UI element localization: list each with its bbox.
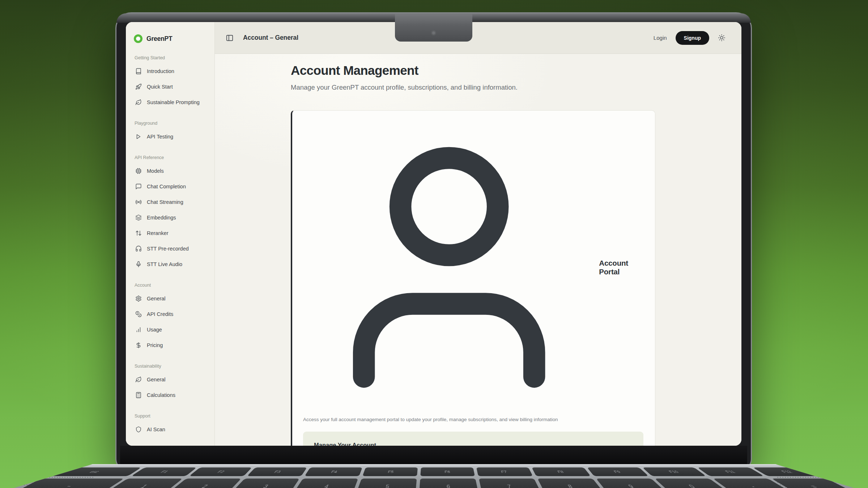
manage-account-box: Manage Your Account You can change your … <box>303 432 643 446</box>
brand-name: GreenPT <box>146 35 173 43</box>
book-icon <box>135 68 142 74</box>
layers-icon <box>135 214 142 221</box>
key-f7: F7 <box>476 467 533 476</box>
sidebar-section-api-reference: API ReferenceModelsChat CompletionChat S… <box>134 155 211 272</box>
key-4: 4 <box>293 479 358 488</box>
login-button[interactable]: Login <box>654 35 667 41</box>
key-8: 8 <box>537 479 605 488</box>
account-portal-card-header: Account Portal <box>303 121 643 413</box>
sidebar-section-account: AccountGeneralAPI CreditsUsagePricing <box>134 283 211 353</box>
sidebar-item-label: Calculations <box>147 392 175 398</box>
sidebar-section-label: Sustainability <box>134 364 211 369</box>
panel-left-icon <box>226 34 234 42</box>
sidebar: GreenPT Getting StartedIntroductionQuick… <box>126 22 215 446</box>
key-5: 5 <box>356 479 417 488</box>
key-f10: F10 <box>642 467 706 476</box>
sidebar-item-general[interactable]: General <box>134 291 211 306</box>
topbar-actions: Login Signup <box>654 31 726 45</box>
message-icon <box>135 183 142 190</box>
sidebar-item-pricing[interactable]: Pricing <box>134 337 211 353</box>
mic-icon <box>135 261 142 267</box>
topbar: Account – General Login Signup <box>215 22 741 54</box>
account-portal-description: Access your full account management port… <box>303 417 643 422</box>
sidebar-item-api-testing[interactable]: API Testing <box>134 129 211 144</box>
sidebar-section-sustainability: SustainabilityGeneralCalculations <box>134 364 211 403</box>
manage-account-title: Manage Your Account <box>314 442 633 446</box>
sidebar-section-label: API Reference <box>134 155 211 160</box>
sidebar-item-usage[interactable]: Usage <box>134 322 211 337</box>
sidebar-section-playground: PlaygroundAPI Testing <box>134 121 211 144</box>
sidebar-item-chat-streaming[interactable]: Chat Streaming <box>134 194 211 210</box>
green-gradient-background: GreenPT Getting StartedIntroductionQuick… <box>0 0 868 488</box>
sidebar-item-quick-start[interactable]: Quick Start <box>134 79 211 94</box>
calculator-icon <box>135 392 142 398</box>
shield-icon <box>135 426 142 433</box>
key-6: 6 <box>419 479 479 488</box>
gear-icon <box>135 295 142 302</box>
key-7: 7 <box>479 479 542 488</box>
sidebar-item-label: API Testing <box>147 134 173 140</box>
sidebar-item-label: AI Scan <box>147 427 165 432</box>
sidebar-item-stt-live-audio[interactable]: STT Live Audio <box>134 256 211 272</box>
dollar-icon <box>135 342 142 348</box>
user-icon <box>303 121 595 413</box>
arrows-up-down-icon <box>135 230 142 236</box>
sun-icon <box>718 34 726 42</box>
key-f5: F5 <box>362 467 418 476</box>
sidebar-item-label: General <box>147 296 166 301</box>
radio-icon <box>135 199 142 205</box>
sidebar-toggle-button[interactable] <box>226 34 234 42</box>
app-screen: GreenPT Getting StartedIntroductionQuick… <box>126 22 741 446</box>
sidebar-item-api-credits[interactable]: API Credits <box>134 306 211 322</box>
headphones-icon <box>135 245 142 252</box>
laptop-keyboard-deck: escF1F2F3F4F5F6F7F8F9F10F11F12~123456789… <box>0 464 868 488</box>
sidebar-section-label: Account <box>134 283 211 288</box>
account-portal-card: Account Portal Access your full account … <box>291 110 655 446</box>
sidebar-item-label: Usage <box>147 327 162 333</box>
cpu-icon <box>135 168 142 174</box>
page-title: Account Management <box>291 63 655 78</box>
sidebar-item-sustainable-prompting[interactable]: Sustainable Prompting <box>134 94 211 110</box>
sidebar-item-label: Chat Streaming <box>147 199 183 205</box>
sidebar-item-label: STT Pre-recorded <box>147 246 189 252</box>
sidebar-item-label: Embeddings <box>147 215 176 221</box>
sidebar-section-label: Playground <box>134 121 211 126</box>
sidebar-item-ai-scan[interactable]: AI Scan <box>134 421 211 437</box>
sidebar-item-label: Chat Completion <box>147 184 186 189</box>
key-esc: esc <box>46 467 141 476</box>
key-f1: F1 <box>131 467 197 476</box>
key-f3: F3 <box>247 467 307 476</box>
play-icon <box>135 133 142 140</box>
breadcrumb-title: Account – General <box>243 34 298 42</box>
main-column: Account – General Login Signup Account M… <box>215 22 741 446</box>
sidebar-item-embeddings[interactable]: Embeddings <box>134 210 211 225</box>
sidebar-item-general[interactable]: General <box>134 372 211 387</box>
signup-button[interactable]: Signup <box>676 31 709 45</box>
sidebar-item-introduction[interactable]: Introduction <box>134 63 211 79</box>
keyboard: escF1F2F3F4F5F6F7F8F9F10F11F12~123456789… <box>0 467 868 488</box>
key-f11: F11 <box>697 467 764 476</box>
page-content: Account Management Manage your GreenPT a… <box>215 54 741 446</box>
sidebar-item-calculations[interactable]: Calculations <box>134 387 211 403</box>
account-portal-title: Account Portal <box>599 259 643 276</box>
sidebar-item-label: Sustainable Prompting <box>147 99 200 105</box>
laptop-notch <box>395 14 472 42</box>
sidebar-item-chat-completion[interactable]: Chat Completion <box>134 179 211 194</box>
sidebar-item-label: Models <box>147 168 164 174</box>
sidebar-item-models[interactable]: Models <box>134 163 211 179</box>
key-f6: F6 <box>420 467 475 476</box>
key-blank: ~ <box>9 479 124 488</box>
theme-toggle-button[interactable] <box>718 34 726 42</box>
sidebar-item-reranker[interactable]: Reranker <box>134 225 211 241</box>
key-f2: F2 <box>189 467 252 476</box>
sidebar-item-label: Reranker <box>147 230 169 236</box>
sidebar-section-label: Support <box>134 414 211 419</box>
brand-logo[interactable]: GreenPT <box>134 33 211 44</box>
page-subtitle: Manage your GreenPT account profile, sub… <box>291 84 655 91</box>
sidebar-item-label: Pricing <box>147 342 163 348</box>
sidebar-item-stt-pre-recorded[interactable]: STT Pre-recorded <box>134 241 211 256</box>
laptop-base: escF1F2F3F4F5F6F7F8F9F10F11F12~123456789… <box>0 464 868 488</box>
sidebar-item-label: STT Live Audio <box>147 261 182 267</box>
laptop-mockup: GreenPT Getting StartedIntroductionQuick… <box>115 12 752 468</box>
bar-chart-icon <box>135 326 142 333</box>
